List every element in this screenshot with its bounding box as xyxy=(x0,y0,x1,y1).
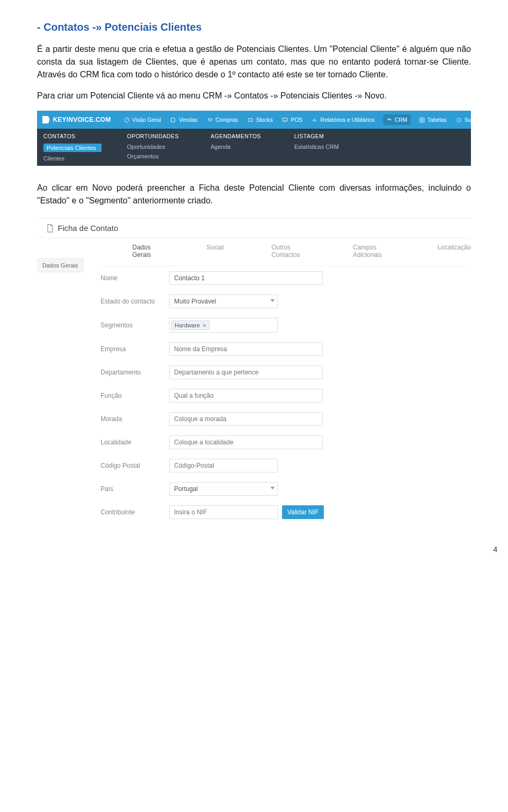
svg-point-5 xyxy=(389,119,391,120)
select-pais[interactable]: Portugal xyxy=(169,482,278,496)
subnav-head: LISTAGEM xyxy=(294,133,352,139)
nav-label: CRM xyxy=(395,117,407,123)
input-localidade[interactable] xyxy=(169,435,323,449)
input-nome[interactable] xyxy=(169,271,323,285)
chart-icon xyxy=(312,117,318,123)
input-morada[interactable] xyxy=(169,412,323,426)
label-codigo-postal: Código Postal xyxy=(101,462,169,469)
subnav-head: AGENDAMENTOS xyxy=(211,133,269,139)
page-number: 4 xyxy=(0,540,508,554)
nav-label: Relatórios e Utilitários xyxy=(321,117,375,123)
paragraph-intro: É a partir deste menu que cria e efetua … xyxy=(37,43,471,81)
subnav-link-orcamentos[interactable]: Orçamentos xyxy=(127,153,185,159)
form-title-text: Ficha de Contato xyxy=(58,224,118,233)
label-funcao: Função xyxy=(101,392,169,399)
nav-label: Tabelas xyxy=(428,117,447,123)
sales-icon xyxy=(170,117,176,123)
nav-crm[interactable]: CRM xyxy=(383,114,411,125)
tab-outros-contactos[interactable]: Outros Contactos xyxy=(271,244,305,258)
subnav-head: OPORTUNIDADES xyxy=(127,133,185,139)
form-title: Ficha de Contato xyxy=(37,218,471,238)
validar-nif-button[interactable]: Validar NIF xyxy=(282,505,324,519)
input-funcao[interactable] xyxy=(169,389,323,403)
label-morada: Morada xyxy=(101,415,169,423)
brand-icon xyxy=(42,116,50,123)
input-departamento[interactable] xyxy=(169,365,323,379)
subnav-link-agenda[interactable]: Agenda xyxy=(211,144,269,150)
nav-label: Suporte xyxy=(465,117,471,123)
subnav-link-clientes[interactable]: Clientes xyxy=(43,155,102,162)
nav-label: Vendas xyxy=(179,117,197,123)
file-icon xyxy=(47,224,53,233)
nav-stocks[interactable]: Stocks xyxy=(247,117,274,123)
nav-label: POS xyxy=(291,117,302,123)
select-value: Portugal xyxy=(174,485,198,493)
label-segmentos: Segmentos xyxy=(101,322,169,329)
close-icon[interactable]: ✕ xyxy=(202,323,206,328)
subnav-col-oportunidades: OPORTUNIDADES Oportunidades Orçamentos xyxy=(127,133,185,166)
people-icon xyxy=(386,117,392,123)
svg-rect-1 xyxy=(171,118,175,122)
top-navbar: KEYINVOICE.COM Visão Geral Vendas Compra… xyxy=(37,111,471,129)
subnav-col-agendamentos: AGENDAMENTOS Agenda xyxy=(211,133,269,166)
box-icon xyxy=(248,117,253,123)
grid-icon xyxy=(419,117,425,123)
subnav-col-listagem: LISTAGEM Estatísticas CRM xyxy=(294,133,352,166)
monitor-icon xyxy=(282,117,288,123)
nav-relatorios[interactable]: Relatórios e Utilitários xyxy=(311,117,376,123)
select-value: Muito Provável xyxy=(174,298,216,305)
subnav: CONTATOS Potenciais Clientes Clientes OP… xyxy=(37,129,471,166)
support-icon xyxy=(456,117,462,123)
label-empresa: Empresa xyxy=(101,345,169,353)
tag-text: Hardware xyxy=(175,322,200,328)
nav-label: Stocks xyxy=(256,117,273,123)
nav-suporte[interactable]: Suporte xyxy=(455,117,471,123)
chevron-down-icon xyxy=(270,299,275,302)
nav-tabelas[interactable]: Tabelas xyxy=(418,117,448,123)
tagbox-segmentos[interactable]: Hardware ✕ xyxy=(169,318,278,333)
label-contribuinte: Contribuinte xyxy=(101,508,169,516)
app-navbar-screenshot: KEYINVOICE.COM Visão Geral Vendas Compra… xyxy=(37,111,471,166)
tab-social[interactable]: Social xyxy=(206,244,224,258)
input-empresa[interactable] xyxy=(169,342,323,356)
subnav-link-estatisticas[interactable]: Estatísticas CRM xyxy=(294,144,352,150)
section-heading: - Contatos -» Potenciais Clientes xyxy=(37,21,471,33)
chevron-down-icon xyxy=(270,487,275,489)
subnav-head: CONTATOS xyxy=(43,133,102,139)
svg-point-7 xyxy=(457,118,461,122)
cart-icon xyxy=(207,117,213,123)
nav-compras[interactable]: Compras xyxy=(206,117,239,123)
svg-rect-2 xyxy=(249,118,252,121)
side-tab-dados-gerais[interactable]: Dados Gerais xyxy=(37,258,84,272)
nav-vendas[interactable]: Vendas xyxy=(169,117,198,123)
label-localidade: Localidade xyxy=(101,439,169,446)
tab-localizacao[interactable]: Localização xyxy=(438,244,471,258)
paragraph-instruction: Para criar um Potencial Cliente vá ao me… xyxy=(37,90,471,102)
label-estado: Estado do contacto xyxy=(101,298,169,305)
select-estado[interactable]: Muito Provável xyxy=(169,295,278,308)
input-contribuinte[interactable] xyxy=(169,505,278,519)
brand-logo[interactable]: KEYINVOICE.COM xyxy=(42,116,115,123)
form-tabs: Dados Gerais Social Outros Contactos Cam… xyxy=(101,238,471,266)
nav-label: Visão Geral xyxy=(132,117,161,123)
nav-label: Compras xyxy=(215,117,238,123)
subnav-col-contatos: CONTATOS Potenciais Clientes Clientes xyxy=(43,133,102,166)
label-pais: País xyxy=(101,485,169,493)
subnav-link-oportunidades[interactable]: Oportunidades xyxy=(127,144,185,150)
nav-visao-geral[interactable]: Visão Geral xyxy=(123,117,162,123)
tab-dados-gerais[interactable]: Dados Gerais xyxy=(132,244,159,258)
contact-form-screenshot: Ficha de Contato Dados Gerais Dados Gera… xyxy=(37,218,471,524)
tab-campos-adicionais[interactable]: Campos Adicionais xyxy=(353,244,390,258)
paragraph-fill-form: Ao clicar em Novo poderá preencher a Fic… xyxy=(37,182,471,207)
label-nome: Nome xyxy=(101,274,169,282)
brand-text: KEYINVOICE.COM xyxy=(53,116,111,123)
tag-segmento[interactable]: Hardware ✕ xyxy=(171,320,210,330)
svg-point-4 xyxy=(387,118,389,120)
nav-pos[interactable]: POS xyxy=(281,117,303,123)
label-departamento: Departamento xyxy=(101,369,169,376)
input-codigo-postal[interactable] xyxy=(169,459,278,472)
dashboard-icon xyxy=(124,117,130,123)
subnav-link-potenciais-clientes[interactable]: Potenciais Clientes xyxy=(43,144,102,152)
svg-rect-3 xyxy=(283,118,287,121)
